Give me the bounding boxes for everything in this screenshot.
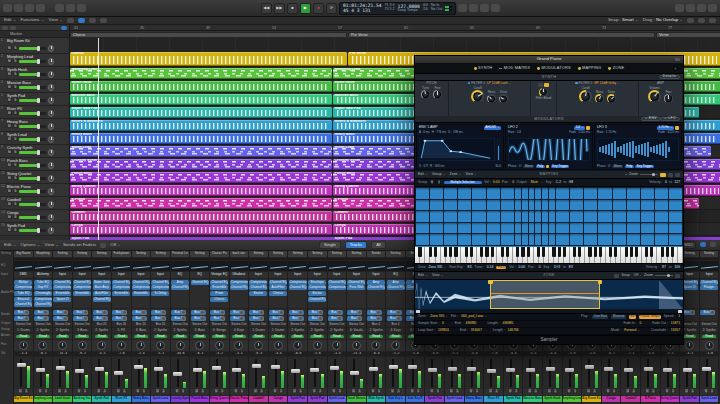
strip-name-label[interactable]: Synth Hook <box>543 396 562 403</box>
strip-mute-button[interactable]: M <box>665 390 670 394</box>
env-graph[interactable] <box>419 138 495 161</box>
sample-start-handle[interactable] <box>416 310 420 313</box>
zone-cell[interactable] <box>584 223 597 234</box>
track-header[interactable]: 8Synth LeadMS <box>0 132 69 145</box>
track-header[interactable]: 3Synth HookMS <box>0 67 69 80</box>
serial-routing-button[interactable] <box>538 83 543 87</box>
track-volume-slider[interactable] <box>19 125 46 128</box>
strip-mute-button[interactable]: M <box>57 390 62 394</box>
strip-fader[interactable] <box>347 357 366 389</box>
zone-cell[interactable] <box>613 234 626 245</box>
track-pan-knob[interactable] <box>48 97 55 104</box>
black-key[interactable] <box>609 247 612 257</box>
filter2-drive-knob[interactable] <box>607 94 616 103</box>
track-volume-slider[interactable] <box>19 229 46 232</box>
strip-name-label[interactable]: Riser FX <box>484 396 503 403</box>
solo-button[interactable]: S <box>13 215 18 219</box>
black-key[interactable] <box>614 247 617 257</box>
strip-solo-button[interactable]: S <box>612 390 617 394</box>
track-header[interactable]: 1Big Room KitMS <box>0 38 69 54</box>
strip-mute-button[interactable]: M <box>194 390 199 394</box>
env1-card[interactable]: ENV 1 AMP AHDSR ⌄ A : 0 msH : 776 msD : … <box>416 124 504 170</box>
audio-fx-slot[interactable]: Compressor <box>73 285 91 290</box>
snap-mode[interactable]: Snap : Smart ⌄ <box>608 18 639 23</box>
channel-strip[interactable]: SettingInputChannel EQFlangerBus 4Stereo… <box>700 251 720 404</box>
toolbar-icon[interactable] <box>25 4 34 12</box>
strip-solo-button[interactable]: S <box>690 390 695 394</box>
zone-cell[interactable] <box>542 200 548 211</box>
strip-fader[interactable] <box>112 357 131 389</box>
fade-in-value[interactable]: 0 <box>639 322 641 326</box>
loop-end-value[interactable]: 316067 <box>471 329 482 333</box>
solo-icon[interactable] <box>469 4 478 12</box>
track-header[interactable]: 2Morphing LeadMS <box>0 54 69 67</box>
track-header[interactable]: 11String QuartetMS <box>0 171 69 184</box>
fine-knob[interactable] <box>433 90 442 99</box>
solo-button[interactable]: S <box>13 228 18 232</box>
track-pan-knob[interactable] <box>48 214 55 221</box>
strip-fader[interactable] <box>641 357 660 389</box>
strip-name-label[interactable]: Conga <box>602 396 621 403</box>
zone-vol[interactable]: 0.00 <box>519 266 525 270</box>
strip-solo-button[interactable]: S <box>631 390 636 394</box>
strip-name-label[interactable]: Synth Pad <box>288 396 307 403</box>
mute-button[interactable]: M <box>7 111 12 115</box>
channel-strip[interactable]: SettingEQAmpChannel EQBus 1Bus 2Bus 44: … <box>386 251 406 404</box>
strip-mute-button[interactable]: M <box>430 390 435 394</box>
amp-volume-knob[interactable] <box>648 90 661 103</box>
count-in-icon[interactable] <box>480 4 489 12</box>
strip-input[interactable]: Input <box>151 272 170 279</box>
strip-name-label[interactable]: Synth Pad <box>308 396 327 403</box>
channel-strip[interactable]: MorphingAlchemyTube EQGap FXChromagloCom… <box>34 251 54 404</box>
zone-cell[interactable] <box>444 223 457 234</box>
black-key[interactable] <box>645 247 648 257</box>
zone-cell[interactable] <box>501 200 514 211</box>
region[interactable]: Heavy Bass <box>70 133 332 144</box>
rewind-button[interactable]: ◀◀ <box>261 3 272 14</box>
zone-cell[interactable] <box>613 211 626 222</box>
zone-cell[interactable] <box>542 188 548 199</box>
white-key[interactable] <box>678 247 683 263</box>
mute-button[interactable]: M <box>7 59 12 63</box>
strip-pan-knob[interactable] <box>391 341 400 350</box>
strip-pan-knob[interactable] <box>117 341 126 350</box>
strip-name-label[interactable]: Morphing Lead <box>563 396 582 403</box>
send-slot[interactable]: Bus 1 <box>151 310 166 315</box>
send-slot[interactable]: Bus 1 <box>73 310 88 315</box>
track-header[interactable]: 5Synth PadMS <box>0 93 69 106</box>
waveform-zoom-icon[interactable] <box>687 18 694 23</box>
strip-pan-knob[interactable] <box>234 341 243 350</box>
fader-cap[interactable] <box>75 369 84 373</box>
zone-cell[interactable] <box>655 234 668 245</box>
zone-cell[interactable] <box>487 200 500 211</box>
parallel-routing-button[interactable] <box>544 83 549 87</box>
strip-fader[interactable] <box>406 357 425 389</box>
track-volume-slider[interactable] <box>19 138 46 141</box>
zone-cell[interactable] <box>458 188 471 199</box>
solo-button[interactable]: S <box>13 176 18 180</box>
filter2-type[interactable]: HP 12dB Gritty <box>594 81 616 85</box>
mixer-view-menu[interactable]: View <box>45 243 59 248</box>
strip-fader[interactable] <box>445 357 464 389</box>
group-output[interactable]: Main <box>531 181 538 185</box>
strip-mute-button[interactable]: M <box>292 390 297 394</box>
track-pan-knob[interactable] <box>48 71 55 78</box>
strip-pan-knob[interactable] <box>136 341 145 350</box>
audio-fx-slot[interactable]: Amp <box>387 280 405 285</box>
eq-thumbnail[interactable] <box>171 261 190 272</box>
zone-view-menu[interactable]: View <box>432 274 443 278</box>
mute-button[interactable]: M <box>7 202 12 206</box>
solo-button[interactable]: S <box>13 163 18 167</box>
strip-solo-button[interactable]: S <box>142 390 147 394</box>
fader-cap[interactable] <box>624 368 633 372</box>
zone-cell[interactable] <box>444 188 457 199</box>
strip-mute-button[interactable]: M <box>684 390 689 394</box>
fader-cap[interactable] <box>408 365 417 369</box>
strip-pan-knob[interactable] <box>156 341 165 350</box>
channel-strip[interactable]: Classic FuVintage EQChannel EQEnsemblePr… <box>210 251 230 404</box>
fader-cap[interactable] <box>291 369 300 373</box>
channel-strip[interactable]: SettingInputChannel EQCompressorEnsemble… <box>53 251 73 404</box>
fader-cap[interactable] <box>271 365 280 369</box>
region[interactable]: Cowbell <box>70 211 332 222</box>
zone-select[interactable]: Zone 335 ⌄ <box>429 266 447 270</box>
